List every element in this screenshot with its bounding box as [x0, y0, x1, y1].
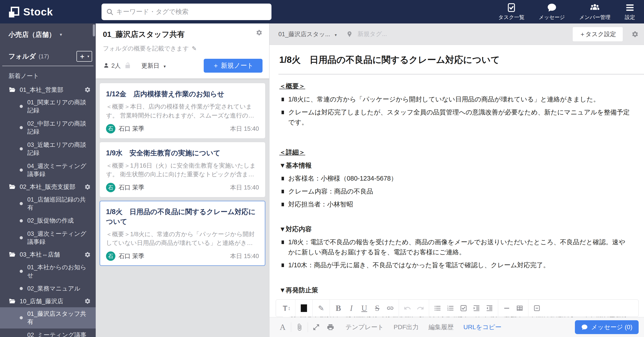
- new-tag-input[interactable]: [357, 30, 425, 38]
- sidebar-folder[interactable]: 02_本社_販売支援部: [0, 181, 96, 193]
- sidebar-note-folder[interactable]: 03_近畿エリアの商談記録: [0, 138, 96, 160]
- sidebar-folder[interactable]: 01_本社_営業部: [0, 84, 96, 96]
- outdent-button[interactable]: [484, 302, 494, 314]
- unlock-icon: [124, 62, 132, 69]
- sidebar-note-folder[interactable]: 01_関東エリアの商談記録: [0, 96, 96, 117]
- sidebar-note-folder[interactable]: 04_週次ミーティング議事録: [0, 160, 96, 181]
- note-card[interactable]: 1/12金 店内模様替え作業のお知らせ＜概要＞本日、店内の模様替え作業が予定され…: [100, 83, 266, 139]
- nav-messages[interactable]: メッセージ: [539, 3, 565, 21]
- note-card-preview: ＜概要＞本日、店内の模様替え作業が予定されています。 営業時間外に行われますが、…: [106, 102, 259, 120]
- note-title[interactable]: 1/8火 日用品の不良品に関するクレーム対応について: [279, 54, 630, 66]
- strikethrough-button[interactable]: S: [372, 302, 382, 314]
- avatar: 石: [106, 183, 116, 192]
- sidebar-note-folder[interactable]: 01_藤沢店スタッフ共有: [0, 307, 96, 329]
- note-list: 1/12金 店内模様替え作業のお知らせ＜概要＞本日、店内の模様替え作業が予定され…: [96, 78, 269, 266]
- note-block-bullet1: 1/8火：電話で不良品の報告を受けたため、商品の画像をメールでお送りいただいたと…: [279, 237, 630, 257]
- nav-member-management[interactable]: メンバー管理: [579, 3, 610, 21]
- new-note-button[interactable]: ＋ 新規ノート: [204, 59, 262, 73]
- note-block-bullet1: 対応担当者：小林智昭: [279, 199, 630, 209]
- bold-button[interactable]: B: [334, 302, 343, 314]
- italic-button[interactable]: I: [346, 302, 356, 314]
- folder-description[interactable]: フォルダの概要を記載できます ✎: [103, 44, 262, 52]
- sidebar-note-folder[interactable]: 02_ミーティング議事録: [0, 329, 96, 337]
- table-button[interactable]: [515, 302, 524, 314]
- sidebar-note-folder[interactable]: 02_販促物の作成: [0, 214, 96, 227]
- bullet-list-button[interactable]: [433, 302, 442, 314]
- color-swatch-button[interactable]: [299, 302, 309, 314]
- note-card[interactable]: 1/9水 安全衛生教育の実施について＜概要＞1月16日（火）に安全衛生教育を実施…: [100, 142, 266, 198]
- link-button[interactable]: [385, 302, 395, 314]
- note-card[interactable]: 1/8火 日用品の不良品に関するクレーム対応について＜概要＞1/8火に、常連の方…: [100, 201, 266, 266]
- folder-gear-icon[interactable]: [256, 29, 262, 36]
- pdf-export-button[interactable]: PDF出力: [394, 323, 418, 332]
- attach-file-button[interactable]: [294, 322, 304, 332]
- underline-button[interactable]: U: [359, 302, 369, 314]
- redo-button: [416, 302, 425, 314]
- folder-settings-gear-icon[interactable]: [84, 298, 91, 304]
- note-block-bullet1: 1/10木：商品が手元に届き、不良品ではなかった旨を電話で確認し、クレーム対応完…: [279, 260, 630, 270]
- sidebar-note-folder[interactable]: 01_本社からのお知らせ: [0, 261, 96, 282]
- horizontal-rule-button[interactable]: [502, 302, 512, 314]
- sidebar-folder[interactable]: 03_本社⇔店舗: [0, 249, 96, 261]
- message-icon: [547, 3, 557, 12]
- highlighter-button[interactable]: ✎: [316, 302, 326, 314]
- note-card-title: 1/8火 日用品の不良品に関するクレーム対応について: [106, 207, 259, 226]
- folder-open-icon: [8, 86, 16, 93]
- note-card-timestamp: 本日 15:40: [230, 125, 259, 133]
- sidebar-note-folder[interactable]: 02_業務マニュアル: [0, 282, 96, 295]
- nav-settings[interactable]: 設定: [625, 3, 635, 21]
- folders-header: フォルダ (17) ＋ ▼: [0, 39, 96, 62]
- breadcrumb[interactable]: 01_藤沢店スタッ... ▼: [278, 30, 338, 38]
- table-remove-icon: [533, 304, 541, 312]
- sidebar-note-folder[interactable]: 03_週次ミーティング議事録: [0, 227, 96, 249]
- note-block-heading_bold: ▼基本情報: [279, 160, 630, 171]
- task-settings-button[interactable]: ＋タスク設定: [572, 27, 623, 41]
- table-icon: [516, 304, 524, 312]
- note-block-heading_bold: ▼再発防止策: [279, 285, 630, 295]
- note-gear-icon[interactable]: [632, 31, 639, 38]
- printer-icon: [327, 323, 334, 331]
- editor-toolbar: T↕✎BIUS: [276, 300, 639, 317]
- numbered-list-button[interactable]: [446, 302, 456, 314]
- checkbox-icon: [460, 304, 467, 312]
- stock-logo[interactable]: Stock: [8, 5, 94, 18]
- template-button[interactable]: テンプレート: [346, 323, 384, 332]
- new-notes-link[interactable]: 新着ノート: [0, 66, 96, 82]
- indent-button[interactable]: [472, 302, 482, 314]
- members-count[interactable]: 2人: [111, 62, 121, 70]
- print-button[interactable]: [325, 322, 336, 332]
- note-card-author: 石口 茉季: [118, 252, 144, 260]
- copy-url-button[interactable]: URLをコピー: [463, 323, 501, 332]
- add-folder-button[interactable]: ＋ ▼: [76, 51, 92, 62]
- sidebar-folder[interactable]: 10_店舗_藤沢店: [0, 295, 96, 307]
- font-style-button[interactable]: A: [278, 322, 288, 332]
- text-size-button[interactable]: T↕: [282, 302, 292, 314]
- bullet-list-icon: [434, 304, 442, 312]
- chevron-down-icon: ▼: [87, 55, 90, 58]
- table-remove-button[interactable]: [532, 302, 542, 314]
- sidebar-scrollbar[interactable]: [93, 24, 95, 36]
- nav-task-list[interactable]: タスク一覧: [498, 3, 524, 21]
- sort-selector[interactable]: 更新日 ▼: [141, 62, 166, 70]
- note-card-title: 1/12金 店内模様替え作業のお知らせ: [106, 89, 259, 99]
- folder-tree: 01_本社_営業部01_関東エリアの商談記録02_中部エリアの商談記録03_近畿…: [0, 84, 96, 337]
- search-input[interactable]: [102, 3, 272, 20]
- note-editor-area[interactable]: 1/8火 日用品の不良品に関するクレーム対応について ＜概要＞1/8火に、常連の…: [270, 45, 644, 317]
- team-selector[interactable]: 小売店（店舗） ▼: [0, 23, 96, 39]
- stock-logo-icon: [8, 6, 19, 17]
- folder-settings-gear-icon[interactable]: [84, 86, 91, 93]
- stock-logo-text: Stock: [23, 5, 53, 18]
- sidebar-note-folder[interactable]: 01_店舗巡回記録の共有: [0, 193, 96, 214]
- checkbox-button[interactable]: [459, 302, 468, 314]
- folder-open-icon: [8, 251, 16, 258]
- folder-settings-gear-icon[interactable]: [84, 251, 91, 258]
- edit-history-button[interactable]: 編集履歴: [428, 323, 454, 332]
- top-navigation: タスク一覧 メッセージ メンバー管理 設定: [498, 3, 644, 21]
- note-view: 01_藤沢店スタッ... ▼ ＋タスク設定 1/8火 日用品の不良品に関するクレ…: [270, 23, 644, 337]
- sidebar-note-folder[interactable]: 02_中部エリアの商談記録: [0, 117, 96, 138]
- undo-button: [402, 302, 412, 314]
- folder-settings-gear-icon[interactable]: [84, 184, 91, 190]
- message-button[interactable]: メッセージ (0): [575, 320, 639, 334]
- fullscreen-button[interactable]: [311, 322, 321, 332]
- task-list-icon: [506, 3, 516, 12]
